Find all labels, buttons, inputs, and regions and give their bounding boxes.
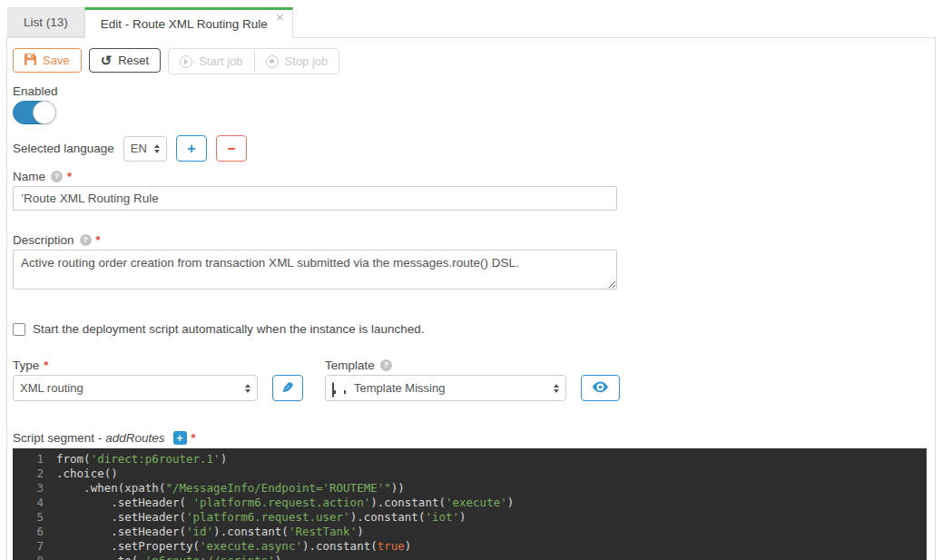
pencil-icon: ✎ bbox=[281, 381, 293, 396]
type-select[interactable]: XML routing bbox=[13, 375, 258, 401]
stop-circle-icon bbox=[266, 55, 279, 68]
script-method-name: addRoutes bbox=[105, 431, 164, 445]
code-text: .setHeader('platform6.request.user').con… bbox=[56, 510, 466, 525]
autostart-checkbox[interactable] bbox=[13, 323, 25, 336]
type-column: Type * XML routing ✎ bbox=[13, 358, 325, 401]
play-circle-icon bbox=[180, 55, 192, 68]
code-line: 2.choice() bbox=[13, 467, 927, 481]
help-icon: ? bbox=[51, 171, 63, 182]
construction-barrier-icon bbox=[332, 383, 348, 394]
line-number: 5 bbox=[13, 510, 56, 525]
code-text: .when(xpath("/MessageInfo/Endpoint='ROUT… bbox=[56, 481, 405, 496]
start-job-button[interactable]: Start job bbox=[169, 49, 253, 74]
template-value: Template Missing bbox=[354, 381, 445, 395]
toolbar: Save ↺ Reset Start job Stop job bbox=[13, 48, 929, 74]
add-language-button[interactable]: + bbox=[176, 135, 207, 162]
required-marker: * bbox=[96, 233, 101, 247]
autostart-row: Start the deployment script automaticall… bbox=[13, 322, 929, 336]
tab-bar: List (13) Edit - Route XML Routing Rule … bbox=[7, 7, 942, 37]
reset-icon: ↺ bbox=[101, 54, 113, 67]
line-number: 3 bbox=[13, 481, 56, 496]
required-marker: * bbox=[67, 170, 72, 183]
code-text: from('direct:p6router.1') bbox=[56, 452, 227, 467]
tab-list[interactable]: List (13) bbox=[7, 7, 84, 37]
edit-type-button[interactable]: ✎ bbox=[272, 375, 303, 401]
code-text: .setHeader( 'platform6.request.action').… bbox=[56, 496, 514, 510]
code-text: .choice() bbox=[56, 467, 118, 481]
minus-icon: − bbox=[227, 141, 235, 157]
reset-button[interactable]: ↺ Reset bbox=[89, 48, 162, 73]
line-number: 2 bbox=[13, 467, 56, 481]
code-line: 8 .to( 'p6route://scripts') bbox=[13, 554, 927, 560]
enabled-label: Enabled bbox=[13, 84, 929, 98]
save-icon bbox=[25, 54, 36, 68]
plus-icon: + bbox=[187, 141, 195, 157]
description-textarea[interactable]: Active routing order creation from trans… bbox=[13, 250, 617, 290]
remove-language-button[interactable]: − bbox=[216, 135, 247, 162]
reset-label: Reset bbox=[118, 54, 149, 67]
template-column: Template ? Template Missing bbox=[325, 358, 620, 401]
tab-list-label: List (13) bbox=[24, 15, 68, 29]
select-arrows-icon bbox=[245, 384, 250, 393]
save-button[interactable]: Save bbox=[13, 48, 82, 73]
stop-job-label: Stop job bbox=[285, 54, 329, 68]
code-line: 4 .setHeader( 'platform6.request.action'… bbox=[13, 496, 927, 510]
required-marker: * bbox=[191, 431, 196, 445]
tab-edit-label: Edit - Route XML Routing Rule bbox=[101, 17, 268, 31]
code-line: 1from('direct:p6router.1') bbox=[13, 452, 927, 467]
eye-icon bbox=[593, 380, 608, 397]
script-code-editor[interactable]: 1from('direct:p6router.1')2.choice()3 .w… bbox=[13, 448, 927, 560]
name-input[interactable] bbox=[13, 186, 617, 211]
code-text: .setHeader('id').constant('RestTank') bbox=[56, 525, 364, 539]
code-line: 6 .setHeader('id').constant('RestTank') bbox=[13, 525, 927, 539]
code-line: 7 .setProperty('execute.async').constant… bbox=[13, 539, 927, 554]
tab-edit[interactable]: Edit - Route XML Routing Rule × bbox=[84, 7, 293, 38]
template-select[interactable]: Template Missing bbox=[325, 375, 566, 401]
start-job-label: Start job bbox=[199, 54, 242, 68]
type-value: XML routing bbox=[20, 381, 83, 395]
line-number: 8 bbox=[13, 554, 56, 560]
name-label: Name ? * bbox=[13, 169, 929, 183]
description-label: Description ? * bbox=[13, 232, 929, 247]
code-lines: 1from('direct:p6router.1')2.choice()3 .w… bbox=[13, 452, 927, 560]
language-value: EN bbox=[131, 142, 147, 155]
line-number: 6 bbox=[13, 525, 56, 539]
language-row: Selected language EN + − bbox=[13, 135, 929, 162]
required-marker: * bbox=[44, 359, 48, 372]
edit-form-panel: Save ↺ Reset Start job Stop job Enabled … bbox=[6, 37, 936, 560]
template-label: Template ? bbox=[325, 358, 620, 372]
line-number: 1 bbox=[13, 452, 56, 467]
script-segment-label: Script segment - addRoutes + * bbox=[13, 430, 929, 446]
preview-template-button[interactable] bbox=[581, 375, 620, 401]
code-line: 5 .setHeader('platform6.request.user').c… bbox=[13, 510, 927, 525]
job-button-group: Start job Stop job bbox=[168, 48, 339, 74]
language-select[interactable]: EN bbox=[123, 136, 167, 162]
plus-square-icon[interactable]: + bbox=[173, 431, 187, 445]
close-icon[interactable]: × bbox=[276, 11, 284, 24]
code-line: 3 .when(xpath("/MessageInfo/Endpoint='RO… bbox=[13, 481, 927, 496]
select-arrows-icon bbox=[154, 144, 160, 153]
language-label: Selected language bbox=[13, 142, 114, 156]
code-text: .to( 'p6route://scripts') bbox=[56, 554, 281, 560]
enabled-toggle[interactable] bbox=[13, 101, 56, 124]
help-icon: ? bbox=[380, 359, 392, 371]
code-text: .setProperty('execute.async').constant(t… bbox=[56, 539, 411, 554]
line-number: 4 bbox=[13, 496, 56, 510]
line-number: 7 bbox=[13, 539, 56, 554]
help-icon: ? bbox=[80, 234, 92, 246]
toggle-knob bbox=[33, 101, 56, 124]
save-label: Save bbox=[43, 54, 70, 67]
stop-job-button[interactable]: Stop job bbox=[254, 49, 339, 74]
select-arrows-icon bbox=[554, 384, 559, 393]
type-template-row: Type * XML routing ✎ Template ? bbox=[13, 358, 929, 401]
autostart-label: Start the deployment script automaticall… bbox=[33, 322, 425, 336]
type-label: Type * bbox=[13, 358, 325, 372]
